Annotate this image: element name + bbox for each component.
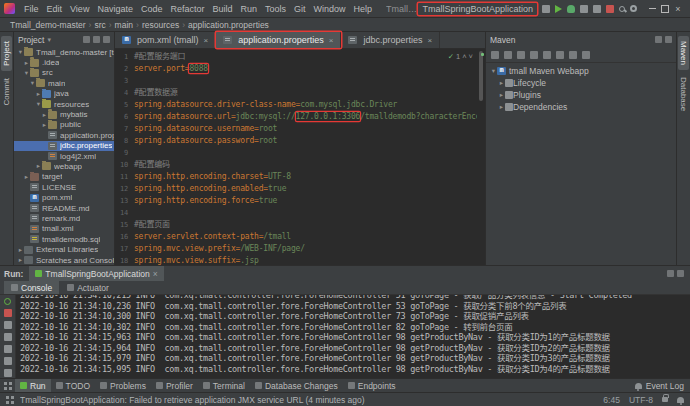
status-grid-icon[interactable] [6, 396, 14, 404]
soft-wrap-icon[interactable] [4, 357, 12, 365]
tree-expanded-arrow-icon[interactable]: ▾ [35, 100, 42, 108]
inspection-widget[interactable]: ✓ 1 ˄ ˅ [448, 52, 473, 61]
panel-settings-icon[interactable] [103, 36, 110, 43]
close-session-icon[interactable]: × [153, 269, 158, 279]
breadcrumb-item-main[interactable]: main [113, 20, 135, 30]
close-button[interactable]: × [672, 3, 684, 15]
editor-tab-pom-xml-tmall[interactable]: pom.xml (tmall)× [115, 32, 216, 48]
run-tab-actuator[interactable]: Actuator [60, 281, 116, 294]
tool-window-button-terminal[interactable]: Terminal [198, 379, 250, 392]
hide-maven-panel-icon[interactable] [665, 36, 672, 43]
run-maven-goal-icon[interactable] [530, 51, 538, 59]
tree-item-application-properties[interactable]: application.properties [14, 130, 114, 140]
tree-item-readme-md[interactable]: README.md [14, 203, 114, 213]
maven-panel-settings-icon[interactable] [655, 36, 662, 43]
maven-settings-icon[interactable] [556, 51, 564, 59]
console-output[interactable]: 2022-10-16 21:34:10,215 INFO com.xq.tmal… [16, 295, 690, 378]
status-message[interactable]: TmallSpringBootApplication: Failed to re… [20, 395, 595, 405]
tree-expanded-arrow-icon[interactable]: ▾ [23, 69, 30, 77]
maven-item-lifecycle[interactable]: ▸ Lifecycle [486, 77, 676, 89]
editor-scrollbar[interactable] [477, 49, 485, 265]
next-problem-icon[interactable]: ˅ [469, 52, 473, 61]
project-panel-header[interactable]: Project ▾ [14, 32, 114, 47]
menu-view[interactable]: View [66, 4, 93, 14]
prev-problem-icon[interactable]: ˄ [462, 52, 466, 61]
tree-item-tmalldemodb-sql[interactable]: tmalldemodb.sql [14, 234, 114, 244]
clear-all-icon[interactable] [4, 369, 12, 377]
tree-collapsed-arrow-icon[interactable]: ▸ [498, 79, 505, 87]
menu-refactor[interactable]: Refactor [166, 4, 208, 14]
tree-collapsed-arrow-icon[interactable]: ▸ [498, 103, 505, 111]
close-tab-icon[interactable]: × [427, 36, 432, 45]
editor-tab-application-properties[interactable]: application.properties× [216, 32, 341, 48]
maximize-button[interactable] [659, 3, 671, 15]
tool-window-button-run[interactable]: Run [15, 379, 51, 392]
tool-button-database[interactable]: Database [678, 72, 689, 116]
menu-help[interactable]: Help [350, 4, 377, 14]
menu-code[interactable]: Code [137, 4, 167, 14]
minimize-button[interactable] [646, 3, 658, 15]
run-session-tab[interactable]: TmallSpringBootApplication × [29, 266, 163, 281]
tool-window-button-problems[interactable]: Problems [95, 379, 151, 392]
tool-window-button-profiler[interactable]: Profiler [151, 379, 198, 392]
collapse-all-icon[interactable] [93, 36, 100, 43]
notifications-bell-icon[interactable] [677, 397, 684, 403]
tree-item-jdbc-properties[interactable]: jdbc.properties [14, 141, 114, 151]
menu-tools[interactable]: Tools [261, 4, 290, 14]
editor-tab-jdbc-properties[interactable]: jdbc.properties× [341, 32, 440, 48]
search-icon[interactable] [619, 6, 625, 12]
locate-file-icon[interactable] [83, 36, 90, 43]
menu-window[interactable]: Window [310, 4, 350, 14]
coverage-icon[interactable] [580, 5, 588, 13]
tool-window-button-todo[interactable]: TODO [51, 379, 95, 392]
tree-item-tmall-xml[interactable]: tmall.xml [14, 224, 114, 234]
tool-window-button-database-changes[interactable]: Database Changes [250, 379, 343, 392]
tree-expanded-arrow-icon[interactable]: ▾ [490, 67, 497, 75]
tool-button-project[interactable]: Project [1, 36, 12, 71]
tree-collapsed-arrow-icon[interactable]: ▸ [41, 121, 48, 129]
tree-item-tmall-demo-master-tmall[interactable]: ▾Tmall_demo-master [tmall] [14, 47, 114, 57]
menu-navigate[interactable]: Navigate [93, 4, 137, 14]
tree-item-pom-xml[interactable]: pom.xml [14, 192, 114, 202]
tree-item-src[interactable]: ▾src [14, 68, 114, 78]
tree-item-mybatis[interactable]: ▸mybatis [14, 109, 114, 119]
maven-item-plugins[interactable]: ▸ Plugins [486, 89, 676, 101]
tree-item-webapp[interactable]: ▸webapp [14, 161, 114, 171]
event-log-button[interactable]: Event Log [635, 381, 686, 391]
debug-icon[interactable] [567, 5, 575, 13]
tree-collapsed-arrow-icon[interactable]: ▸ [35, 162, 42, 170]
tree-item-external-libraries[interactable]: ▸External Libraries [14, 244, 114, 254]
code-editor[interactable]: 1#配置服务端口2server.port=808834#配置数据源5spring… [115, 49, 477, 265]
run-icon[interactable] [555, 5, 562, 13]
tree-item-main[interactable]: ▾main [14, 78, 114, 88]
menu-git[interactable]: Git [290, 4, 310, 14]
breadcrumb-item-tmall-demo-master[interactable]: Tmall_demo-master [8, 20, 88, 30]
maven-item-dependencies[interactable]: ▸ Dependencies [486, 101, 676, 113]
tool-button-commit[interactable]: Commit [1, 73, 12, 111]
settings-gear-icon[interactable] [630, 5, 637, 12]
tree-collapsed-arrow-icon[interactable]: ▸ [17, 256, 24, 264]
cursor-position[interactable]: 6:45 [603, 395, 620, 405]
menu-run[interactable]: Run [236, 4, 261, 14]
menu-build[interactable]: Build [208, 4, 236, 14]
close-tab-icon[interactable]: × [204, 36, 209, 45]
file-encoding[interactable]: UTF-8 [629, 395, 653, 405]
breadcrumb-item-src[interactable]: src [92, 20, 107, 30]
stop-icon[interactable] [606, 5, 614, 13]
run-tab-console[interactable]: Console [4, 281, 59, 294]
tree-collapsed-arrow-icon[interactable]: ▸ [23, 59, 30, 67]
tree-item-java[interactable]: ▸java [14, 89, 114, 99]
close-tab-icon[interactable]: × [329, 36, 334, 45]
reload-all-maven-icon[interactable] [491, 51, 499, 59]
tree-collapsed-arrow-icon[interactable]: ▸ [17, 246, 24, 254]
tree-item-scratches-and-consoles[interactable]: ▸Scratches and Consoles [14, 255, 114, 265]
collapse-all-icon[interactable] [569, 51, 577, 59]
build-hammer-icon[interactable] [542, 5, 550, 13]
tree-collapsed-arrow-icon[interactable]: ▸ [23, 173, 30, 181]
pin-icon[interactable] [4, 333, 12, 341]
download-sources-icon[interactable] [517, 51, 525, 59]
scroll-to-end-icon[interactable] [4, 345, 12, 353]
run-configuration-selector[interactable]: TmallSpringBootApplication [418, 3, 537, 15]
menu-edit[interactable]: Edit [43, 4, 67, 14]
lock-icon[interactable] [662, 397, 668, 402]
